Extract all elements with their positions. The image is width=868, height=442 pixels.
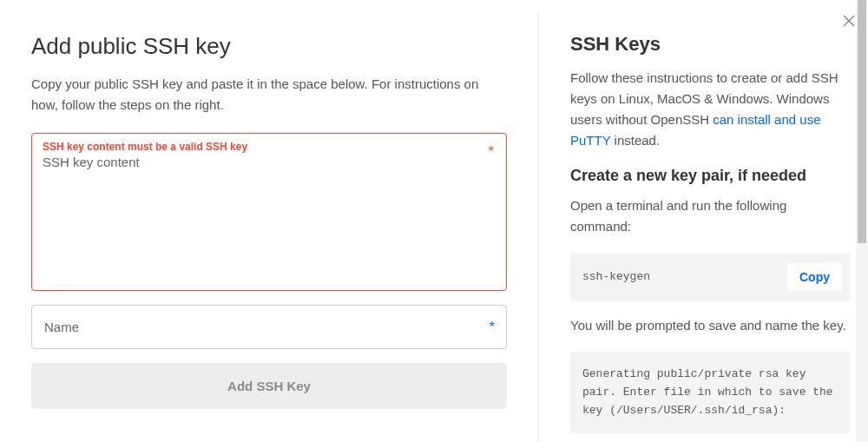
- help-intro: Follow these instructions to create or a…: [570, 68, 851, 151]
- scrollbar-track[interactable]: [856, 0, 868, 442]
- required-star-icon: *: [489, 144, 494, 160]
- scrollbar-thumb[interactable]: [858, 0, 866, 243]
- add-ssh-key-button[interactable]: Add SSH Key: [31, 363, 507, 409]
- help-intro-text-2: instead.: [610, 133, 660, 148]
- copy-button[interactable]: Copy: [787, 263, 842, 291]
- code-block-keygen: ssh-keygen Copy: [570, 253, 851, 301]
- ssh-key-error-message: SSH key content must be a valid SSH key: [43, 141, 496, 153]
- required-star-icon: *: [490, 320, 495, 335]
- code-text: ssh-keygen: [582, 268, 650, 287]
- close-icon[interactable]: [842, 14, 856, 28]
- ssh-key-content-input[interactable]: [43, 155, 496, 276]
- code-block-output: Generating public/private rsa key pair. …: [570, 352, 851, 433]
- help-section-title: Create a new key pair, if needed: [570, 167, 851, 185]
- help-prompt-body: You will be prompted to save and name th…: [570, 315, 851, 336]
- page-subtitle: Copy your public SSH key and paste it in…: [31, 74, 507, 115]
- help-title: SSH Keys: [570, 33, 851, 56]
- name-field-wrapper: *: [31, 305, 507, 349]
- ssh-key-field-wrapper: SSH key content must be a valid SSH key …: [31, 133, 507, 291]
- page-title: Add public SSH key: [31, 33, 507, 60]
- help-section-body: Open a terminal and run the following co…: [570, 195, 851, 237]
- ssh-key-name-input[interactable]: [31, 305, 507, 349]
